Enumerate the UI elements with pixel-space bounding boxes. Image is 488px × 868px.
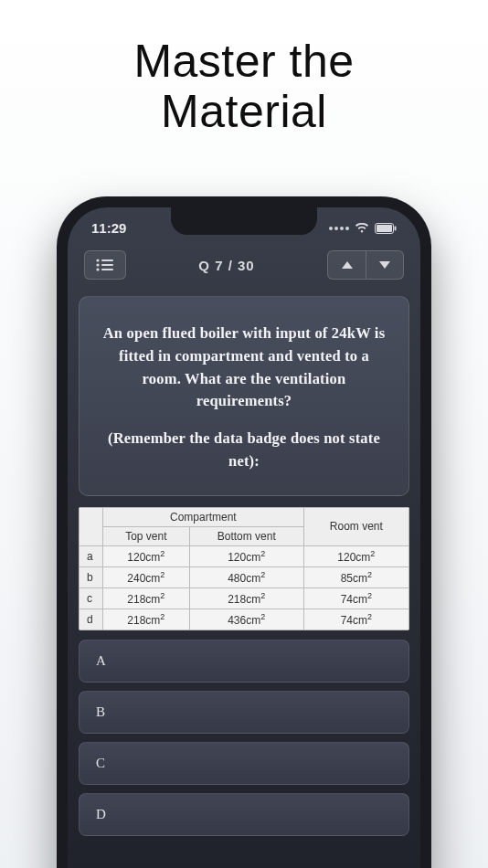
question-progress: Q 7 / 30 (198, 258, 254, 273)
signal-icon (329, 227, 349, 230)
chevron-down-icon (378, 260, 391, 270)
svg-point-5 (96, 263, 99, 266)
status-time: 11:29 (91, 220, 126, 236)
question-text-1: An open flued boiler with input of 24kW … (98, 323, 390, 413)
chevron-up-icon (341, 260, 354, 270)
battery-icon (375, 223, 397, 234)
svg-rect-2 (395, 226, 397, 230)
th-top: Top vent (103, 526, 190, 545)
phone-screen: 11:29 Q 7 / 30 (68, 207, 420, 868)
nav-bar: Q 7 / 30 (68, 243, 420, 291)
next-button[interactable] (366, 250, 404, 280)
svg-point-3 (96, 259, 99, 261)
question-card: An open flued boiler with input of 24kW … (79, 296, 409, 496)
th-bottom: Bottom vent (189, 526, 303, 545)
svg-rect-4 (101, 259, 113, 261)
wifi-icon (355, 223, 369, 234)
status-indicators (329, 223, 397, 234)
th-room: Room vent (303, 507, 408, 545)
table-row: d 218cm2 436cm2 74cm2 (80, 609, 409, 630)
table-row: c 218cm2 218cm2 74cm2 (80, 587, 409, 609)
svg-point-7 (96, 268, 99, 270)
svg-rect-8 (101, 269, 113, 270)
menu-button[interactable] (84, 250, 126, 280)
prev-button[interactable] (327, 250, 366, 280)
list-icon (96, 259, 114, 271)
data-table: Compartment Room vent Top vent Bottom ve… (79, 507, 409, 630)
marketing-headline: Master the Material (0, 0, 488, 160)
answer-option-b[interactable]: B (79, 691, 409, 734)
svg-rect-1 (377, 225, 392, 232)
answers-list: A B C D (79, 640, 409, 836)
phone-notch (171, 207, 317, 235)
table-row: b 240cm2 480cm2 85cm2 (80, 566, 409, 587)
question-text-2: (Remember the data badge does not state … (98, 428, 390, 473)
answer-option-d[interactable]: D (79, 793, 409, 836)
svg-rect-6 (101, 264, 113, 266)
th-compartment: Compartment (103, 507, 304, 526)
answer-option-a[interactable]: A (79, 640, 409, 683)
answer-option-c[interactable]: C (79, 742, 409, 785)
phone-frame: 11:29 Q 7 / 30 (57, 196, 431, 868)
table-row: a 120cm2 120cm2 120cm2 (80, 545, 409, 566)
